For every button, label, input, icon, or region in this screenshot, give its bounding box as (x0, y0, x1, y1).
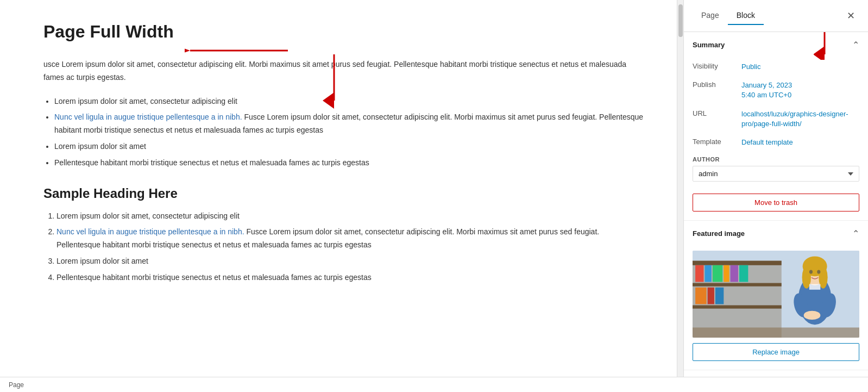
section-heading: Sample Heading Here (43, 186, 644, 201)
svg-rect-20 (708, 288, 714, 304)
publish-value[interactable]: January 5, 20235:40 am UTC+0 (741, 80, 792, 100)
list-item: Lorem ipsum dolor sit amet, consectetur … (56, 210, 644, 223)
svg-rect-16 (724, 265, 729, 282)
svg-rect-15 (713, 265, 722, 282)
status-bar-label: Page (9, 381, 24, 389)
move-to-trash-button[interactable]: Move to trash (693, 194, 859, 211)
replace-image-button[interactable]: Replace image (693, 343, 859, 361)
close-button[interactable]: ✕ (842, 8, 859, 24)
url-label: URL (693, 109, 741, 117)
visibility-row: Visibility Public (684, 58, 868, 76)
template-value[interactable]: Default template (741, 138, 793, 147)
tab-block[interactable]: Block (728, 7, 764, 25)
svg-point-33 (817, 270, 820, 274)
author-select[interactable]: admin (693, 166, 859, 182)
status-bar: Page (0, 377, 868, 392)
bullet-list: Lorem ipsum dolor sit amet, consectetur … (54, 95, 644, 170)
url-value[interactable]: localhost/luzuk/graphics-designer-pro/pa… (741, 109, 859, 129)
tab-page[interactable]: Page (693, 7, 728, 25)
author-section: AUTHOR admin (684, 152, 868, 189)
svg-rect-12 (693, 306, 782, 309)
visibility-label: Visibility (693, 62, 741, 70)
body-paragraph: usce Lorem ipsum dolor sit amet, consect… (43, 58, 644, 84)
featured-image-svg (693, 251, 859, 338)
sidebar-header: Page Block ✕ (684, 0, 868, 32)
featured-image-inner: Replace image (684, 246, 868, 370)
author-label: AUTHOR (693, 156, 859, 163)
svg-rect-28 (809, 284, 820, 290)
list-item: Pellentesque habitant morbi tristique se… (56, 271, 644, 284)
list-item: Pellentesque habitant morbi tristique se… (54, 157, 644, 170)
template-row: Template Default template (684, 133, 868, 152)
svg-rect-19 (695, 288, 706, 304)
svg-rect-14 (705, 265, 712, 282)
template-label: Template (693, 138, 741, 146)
list-item: Lorem ipsum dolor sit amet, consectetur … (54, 95, 644, 108)
settings-sidebar: Page Block ✕ Summary ⌃ Visibility Public… (683, 0, 868, 392)
url-row: URL localhost/luzuk/graphics-designer-pr… (684, 105, 868, 133)
page-title: Page Full Width (43, 22, 644, 42)
summary-section-header[interactable]: Summary ⌃ (684, 32, 868, 58)
list-item: Nunc vel ligula in augue tristique pelle… (54, 111, 644, 137)
scrollbar-thumb[interactable] (678, 4, 683, 37)
svg-point-32 (809, 270, 813, 274)
chevron-up-icon: ⌃ (852, 228, 859, 239)
featured-image-thumbnail[interactable] (693, 251, 859, 338)
svg-rect-17 (731, 265, 738, 282)
list-item: Lorem ipsum dolor sit amet (54, 140, 644, 153)
svg-point-31 (804, 311, 821, 320)
svg-rect-11 (693, 283, 782, 287)
svg-rect-21 (715, 288, 724, 304)
ordered-list: Lorem ipsum dolor sit amet, consectetur … (56, 210, 644, 284)
featured-image-section-header[interactable]: Featured image ⌃ (684, 221, 868, 246)
main-editor: Page Full Width usce Lorem ipsum dolor s… (0, 0, 677, 392)
featured-image-title: Featured image (693, 229, 745, 238)
summary-title: Summary (693, 41, 725, 49)
featured-image-section: Featured image ⌃ (684, 221, 868, 370)
svg-rect-18 (739, 265, 748, 282)
publish-label: Publish (693, 80, 741, 89)
svg-rect-10 (693, 261, 782, 265)
publish-row: Publish January 5, 20235:40 am UTC+0 (684, 76, 868, 104)
list-item: Nunc vel ligula in augue tristique pelle… (56, 226, 644, 252)
summary-section: Summary ⌃ Visibility Public Publish Janu… (684, 32, 868, 221)
svg-rect-13 (695, 265, 703, 282)
sidebar-tabs: Page Block (693, 7, 842, 25)
list-item: Lorem ipsum dolor sit amet (56, 255, 644, 268)
svg-rect-22 (693, 328, 859, 338)
chevron-up-icon: ⌃ (852, 40, 859, 50)
visibility-value[interactable]: Public (741, 62, 760, 72)
scrollbar-track[interactable] (677, 0, 683, 392)
